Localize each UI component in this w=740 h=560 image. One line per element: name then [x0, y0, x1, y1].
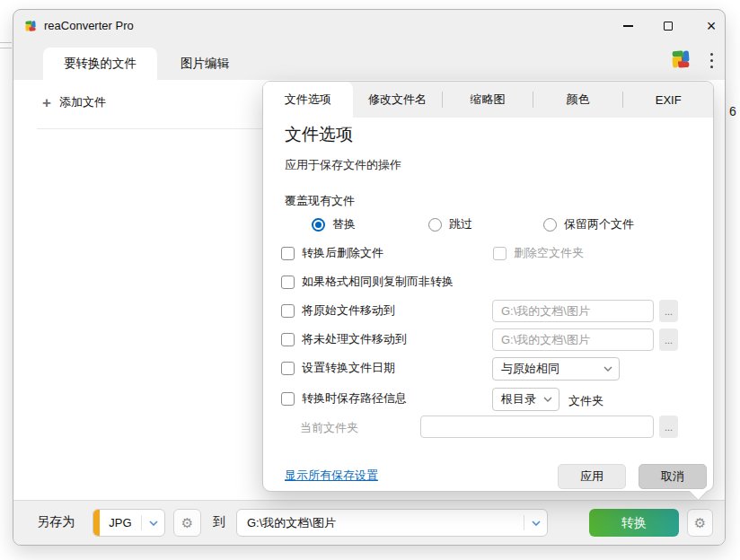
radio-skip-label: 跳过: [449, 216, 472, 232]
browse-button[interactable]: ...: [659, 416, 678, 438]
checkbox-icon: [281, 392, 295, 406]
radio-unchecked-icon: [543, 218, 557, 232]
plus-icon: +: [42, 95, 51, 110]
checkbox-delete-after-convert[interactable]: 转换后删除文件: [281, 245, 383, 261]
chevron-down-icon: [537, 397, 559, 402]
dialog-tab-exif[interactable]: EXIF: [623, 82, 713, 118]
checkbox-label: 转换时保存路径信息: [302, 390, 407, 407]
checkbox-save-path-info[interactable]: 转换时保存路径信息: [281, 390, 407, 407]
maximize-button[interactable]: [658, 17, 678, 35]
checkbox-copy-if-same-format[interactable]: 如果格式相同则复制而非转换: [281, 274, 454, 290]
folder-suffix-label: 文件夹: [568, 393, 603, 409]
checkbox-label: 转换后删除文件: [302, 245, 383, 261]
checkbox-label: 将未处理文件移动到: [302, 331, 407, 347]
dialog-tabstrip: 文件选项 修改文件名 缩略图 颜色 EXIF: [263, 82, 713, 118]
format-accent-bar: [93, 510, 100, 536]
chevron-down-icon: [597, 366, 619, 372]
checkbox-label: 删除空文件夹: [514, 245, 584, 261]
checkbox-icon: [493, 247, 507, 260]
tab-image-editing[interactable]: 图片编辑: [163, 48, 247, 80]
titlebar: reaConverter Pro ×: [13, 10, 725, 42]
move-unprocessed-path-field[interactable]: G:\我的文档\图片: [492, 328, 654, 351]
browse-button[interactable]: ...: [659, 300, 678, 322]
window-title: reaConverter Pro: [44, 19, 134, 32]
destination-path-select[interactable]: G:\我的文档\图片: [236, 509, 548, 537]
path-root-value: 根目录: [501, 391, 536, 407]
checkbox-icon: [281, 333, 295, 346]
gear-icon: ⚙: [694, 515, 706, 531]
checkbox-icon: [281, 304, 295, 318]
format-select[interactable]: JPG: [92, 509, 165, 537]
radio-skip[interactable]: 跳过: [428, 216, 472, 232]
dialog-tab-rename[interactable]: 修改文件名: [353, 82, 443, 118]
format-settings-button[interactable]: ⚙: [173, 509, 201, 537]
path-root-select[interactable]: 根目录: [492, 388, 559, 411]
bottom-bar: 另存为 JPG ⚙ 到 G:\我的文档\图片 转换 ⚙: [13, 500, 725, 545]
file-date-value: 与原始相同: [501, 361, 559, 377]
checkbox-delete-empty-folders: 删除空文件夹: [493, 245, 584, 261]
to-label: 到: [213, 514, 225, 530]
radio-checked-icon: [312, 218, 325, 232]
checkbox-label: 将原始文件移动到: [302, 302, 395, 319]
minimize-button[interactable]: [618, 17, 638, 35]
divider: [37, 128, 263, 129]
close-button[interactable]: ×: [701, 17, 721, 35]
format-value: JPG: [100, 516, 141, 529]
overflow-menu-button[interactable]: [710, 53, 713, 68]
file-date-select[interactable]: 与原始相同: [492, 357, 620, 381]
maximize-icon: [664, 22, 673, 31]
checkbox-label: 设置转换文件日期: [302, 360, 395, 376]
add-files-button[interactable]: + 添加文件: [42, 94, 106, 110]
dialog-tab-color[interactable]: 颜色: [533, 82, 623, 118]
checkbox-move-original[interactable]: 将原始文件移动到: [281, 302, 395, 319]
checkbox-icon: [281, 362, 295, 375]
background-line: [0, 42, 12, 43]
brand-logo-icon: [667, 46, 694, 76]
gear-icon: ⚙: [181, 515, 193, 531]
background-stray-text: 6: [729, 104, 736, 118]
chevron-down-icon[interactable]: [142, 521, 164, 526]
apply-button[interactable]: 应用: [558, 464, 626, 489]
radio-replace[interactable]: 替换: [312, 216, 356, 232]
current-folder-field[interactable]: [420, 416, 654, 438]
add-files-label: 添加文件: [59, 94, 106, 110]
show-all-save-settings-link[interactable]: 显示所有保存设置: [285, 468, 378, 484]
checkbox-icon: [281, 247, 295, 260]
background-line: [0, 48, 12, 48]
convert-button[interactable]: 转换: [589, 509, 679, 537]
cancel-button[interactable]: 取消: [639, 464, 707, 489]
convert-settings-button[interactable]: ⚙: [687, 509, 713, 537]
minimize-icon: [623, 25, 633, 26]
browse-button[interactable]: ...: [659, 328, 678, 351]
chevron-down-icon[interactable]: [524, 521, 547, 526]
radio-keep-both[interactable]: 保留两个文件: [543, 216, 634, 232]
current-folder-label: 当前文件夹: [300, 420, 358, 436]
radio-unchecked-icon: [428, 218, 442, 232]
dialog-subtitle: 应用于保存文件的操作: [285, 157, 401, 173]
checkbox-set-file-date[interactable]: 设置转换文件日期: [281, 360, 395, 376]
main-tabstrip: 要转换的文件 图片编辑: [13, 42, 725, 80]
checkbox-icon: [281, 276, 295, 289]
save-as-label: 另存为: [37, 514, 75, 530]
destination-path-value: G:\我的文档\图片: [237, 515, 524, 531]
overwrite-section-label: 覆盖现有文件: [285, 193, 355, 209]
move-original-path-field[interactable]: G:\我的文档\图片: [492, 300, 654, 322]
dialog-tab-file-options[interactable]: 文件选项: [263, 82, 353, 118]
dialog-tab-thumbnail[interactable]: 缩略图: [443, 82, 533, 118]
tab-files-to-convert[interactable]: 要转换的文件: [43, 48, 157, 80]
radio-keep-both-label: 保留两个文件: [564, 216, 634, 232]
radio-replace-label: 替换: [332, 216, 356, 232]
checkbox-label: 如果格式相同则复制而非转换: [302, 274, 454, 290]
file-options-dialog: 文件选项 修改文件名 缩略图 颜色 EXIF 文件选项 应用于保存文件的操作 覆…: [262, 81, 714, 492]
dialog-title: 文件选项: [285, 123, 353, 146]
checkbox-move-unprocessed[interactable]: 将未处理文件移动到: [281, 331, 407, 347]
app-logo-icon: [22, 18, 39, 38]
